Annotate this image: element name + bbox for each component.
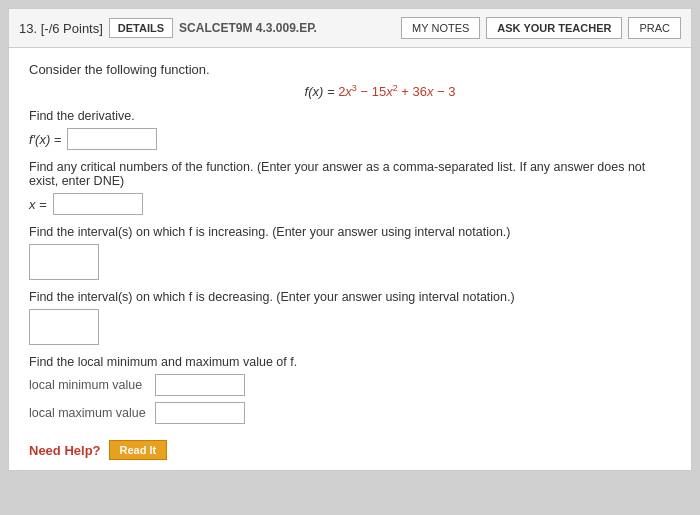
increasing-section: Find the interval(s) on which f is incre… bbox=[29, 225, 671, 280]
increasing-instruction: Find the interval(s) on which f is incre… bbox=[29, 225, 671, 239]
local-min-label: local minimum value bbox=[29, 378, 149, 392]
function-display: f(x) = 2x3 − 15x2 + 36x − 3 bbox=[29, 83, 671, 99]
need-help-text: Need Help? bbox=[29, 443, 101, 458]
header: 13. [-/6 Points] DETAILS SCALCET9M 4.3.0… bbox=[9, 9, 691, 48]
my-notes-button[interactable]: MY NOTES bbox=[401, 17, 480, 39]
need-help-bar: Need Help? Read It bbox=[29, 434, 671, 460]
derivative-input-row: f′(x) = bbox=[29, 128, 671, 150]
fprime-input[interactable] bbox=[67, 128, 157, 150]
consider-section: Consider the following function. f(x) = … bbox=[29, 62, 671, 99]
header-right: MY NOTES ASK YOUR TEACHER PRAC bbox=[401, 17, 681, 39]
function-expression: 2x3 − 15x2 + 36x − 3 bbox=[338, 84, 455, 99]
critical-numbers-input-row: x = bbox=[29, 193, 671, 215]
local-min-row: local minimum value bbox=[29, 374, 671, 396]
local-max-row: local maximum value bbox=[29, 402, 671, 424]
details-button[interactable]: DETAILS bbox=[109, 18, 173, 38]
decreasing-instruction: Find the interval(s) on which f is decre… bbox=[29, 290, 671, 304]
local-max-input[interactable] bbox=[155, 402, 245, 424]
fprime-label: f′(x) = bbox=[29, 132, 61, 147]
critical-numbers-section: Find any critical numbers of the functio… bbox=[29, 160, 671, 215]
local-max-label: local maximum value bbox=[29, 406, 149, 420]
decreasing-input[interactable] bbox=[29, 309, 99, 345]
problem-number: 13. [-/6 Points] bbox=[19, 21, 103, 36]
derivative-instruction: Find the derivative. bbox=[29, 109, 671, 123]
derivative-section: Find the derivative. f′(x) = bbox=[29, 109, 671, 150]
local-extrema-instruction: Find the local minimum and maximum value… bbox=[29, 355, 671, 369]
decreasing-section: Find the interval(s) on which f is decre… bbox=[29, 290, 671, 345]
consider-text: Consider the following function. bbox=[29, 62, 671, 77]
increasing-input[interactable] bbox=[29, 244, 99, 280]
ask-teacher-button[interactable]: ASK YOUR TEACHER bbox=[486, 17, 622, 39]
problem-code: SCALCET9M 4.3.009.EP. bbox=[179, 21, 317, 35]
local-min-input[interactable] bbox=[155, 374, 245, 396]
content-area: Consider the following function. f(x) = … bbox=[9, 48, 691, 470]
local-extrema-section: Find the local minimum and maximum value… bbox=[29, 355, 671, 424]
practice-button[interactable]: PRAC bbox=[628, 17, 681, 39]
critical-numbers-instruction: Find any critical numbers of the functio… bbox=[29, 160, 671, 188]
page-container: 13. [-/6 Points] DETAILS SCALCET9M 4.3.0… bbox=[8, 8, 692, 471]
critical-numbers-input[interactable] bbox=[53, 193, 143, 215]
header-left: 13. [-/6 Points] DETAILS SCALCET9M 4.3.0… bbox=[19, 18, 393, 38]
x-label: x = bbox=[29, 197, 47, 212]
read-it-button[interactable]: Read It bbox=[109, 440, 168, 460]
function-name-label: f(x) = bbox=[305, 84, 339, 99]
